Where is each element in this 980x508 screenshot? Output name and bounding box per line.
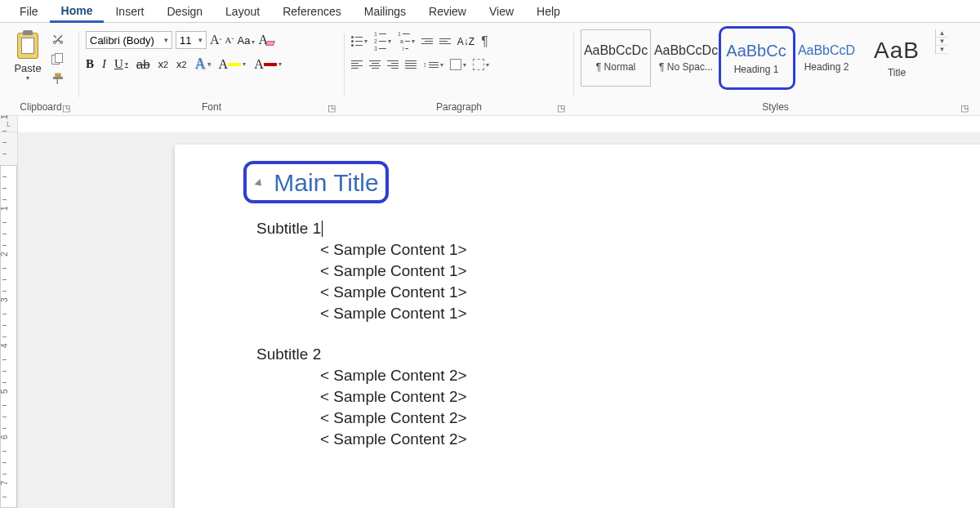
style-no-spacing[interactable]: AaBbCcDc ¶ No Spac...: [651, 29, 721, 87]
document-area[interactable]: Main Title Subtitle 1 < Sample Content 1…: [18, 132, 980, 508]
tab-home[interactable]: Home: [50, 0, 105, 23]
clear-format-button[interactable]: A: [258, 33, 274, 47]
font-name-dropdown[interactable]: ▾: [160, 36, 172, 44]
styles-scroll-up[interactable]: ▲: [936, 29, 948, 38]
grow-font-button[interactable]: Aˆ: [210, 33, 222, 47]
doc-content-1c[interactable]: < Sample Content 1>: [320, 283, 926, 301]
tab-mailings[interactable]: Mailings: [353, 1, 417, 21]
multilevel-list-button[interactable]: 1ai: [398, 31, 415, 51]
styles-expand[interactable]: ▼: [936, 46, 948, 54]
doc-content-2a[interactable]: < Sample Content 2>: [320, 367, 926, 385]
tab-design[interactable]: Design: [155, 1, 214, 21]
font-name-input[interactable]: [87, 32, 160, 48]
doc-heading-main-title[interactable]: Main Title: [256, 169, 379, 197]
styles-scroll-down[interactable]: ▼: [936, 38, 948, 46]
line-spacing-button[interactable]: ↕: [423, 60, 443, 69]
style-heading-1[interactable]: AaBbCc Heading 1: [721, 29, 791, 87]
font-size-input[interactable]: [176, 32, 194, 48]
underline-button[interactable]: U: [114, 57, 128, 71]
tab-layout[interactable]: Layout: [214, 1, 271, 21]
paste-icon: [16, 31, 40, 60]
styles-scroll: ▲ ▼ ▼: [935, 29, 948, 54]
text-cursor: [322, 221, 323, 237]
group-paragraph: 123 1ai A↓Z ¶ ↕: [345, 28, 573, 115]
doc-content-2b[interactable]: < Sample Content 2>: [320, 388, 926, 406]
doc-content-2c[interactable]: < Sample Content 2>: [320, 409, 926, 427]
font-size-dropdown[interactable]: ▾: [194, 36, 206, 44]
show-hide-button[interactable]: ¶: [481, 34, 488, 49]
paragraph-launcher[interactable]: ◳: [557, 103, 565, 114]
tab-insert[interactable]: Insert: [104, 1, 155, 21]
style-title[interactable]: AaB Title: [862, 29, 932, 87]
increase-indent-button[interactable]: [439, 38, 451, 44]
tab-view[interactable]: View: [478, 1, 525, 21]
align-right-button[interactable]: [387, 60, 399, 69]
shading-button[interactable]: [450, 59, 466, 70]
ribbon-tabs: File Home Insert Design Layout Reference…: [0, 0, 980, 23]
page[interactable]: Main Title Subtitle 1 < Sample Content 1…: [175, 145, 980, 508]
change-case-button[interactable]: Aa: [238, 34, 256, 47]
superscript-button[interactable]: x2: [176, 58, 187, 70]
format-painter-button[interactable]: [51, 72, 65, 87]
font-color-button[interactable]: A: [254, 57, 282, 72]
group-font-label: Font: [202, 101, 221, 113]
decrease-indent-button[interactable]: [421, 38, 433, 44]
group-styles-label: Styles: [762, 101, 789, 113]
group-clipboard-label: Clipboard: [20, 101, 61, 113]
font-launcher[interactable]: ◳: [327, 103, 336, 114]
paste-button[interactable]: Paste ▾: [10, 31, 46, 82]
doc-content-2d[interactable]: < Sample Content 2>: [320, 430, 926, 448]
group-paragraph-label: Paragraph: [436, 101, 482, 113]
group-font: ▾ ▾ Aˆ Aˇ Aa A B I U ab x2 x2 A A: [79, 28, 344, 115]
paste-dropdown[interactable]: ▾: [26, 74, 29, 82]
numbering-button[interactable]: 123: [374, 31, 391, 51]
shrink-font-button[interactable]: Aˇ: [225, 35, 234, 45]
align-center-button[interactable]: [369, 60, 381, 69]
strike-button[interactable]: ab: [136, 57, 150, 71]
collapse-icon[interactable]: [254, 179, 264, 189]
borders-button[interactable]: [473, 59, 489, 70]
sort-button[interactable]: A↓Z: [457, 36, 474, 47]
doc-content-1b[interactable]: < Sample Content 1>: [320, 262, 926, 280]
tab-help[interactable]: Help: [525, 1, 572, 21]
style-normal[interactable]: AaBbCcDc ¶ Normal: [581, 29, 651, 87]
doc-subtitle-1[interactable]: Subtitle 1: [256, 220, 926, 238]
styles-launcher[interactable]: ◳: [960, 103, 969, 114]
ribbon: Paste ▾ Clipboard ◳: [0, 23, 980, 116]
group-clipboard: Paste ▾ Clipboard ◳: [3, 28, 78, 115]
tab-references[interactable]: References: [271, 1, 353, 21]
doc-content-1d[interactable]: < Sample Content 1>: [320, 305, 926, 323]
cut-button[interactable]: [51, 33, 65, 47]
text-effects-button[interactable]: A: [195, 56, 211, 73]
font-size-combo[interactable]: ▾: [176, 31, 207, 49]
justify-button[interactable]: [405, 60, 416, 69]
clipboard-launcher[interactable]: ◳: [62, 103, 70, 114]
doc-content-1a[interactable]: < Sample Content 1>: [320, 241, 926, 259]
font-name-combo[interactable]: ▾: [86, 31, 172, 49]
subscript-button[interactable]: x2: [158, 58, 169, 70]
doc-subtitle-2[interactable]: Subtitle 2: [256, 345, 926, 363]
tab-review[interactable]: Review: [417, 1, 478, 21]
group-styles: AaBbCcDc ¶ Normal AaBbCcDc ¶ No Spac... …: [574, 28, 977, 115]
style-heading-2[interactable]: AaBbCcD Heading 2: [791, 29, 862, 87]
highlight-button[interactable]: A: [219, 57, 247, 72]
bold-button[interactable]: B: [86, 57, 94, 71]
vertical-ruler[interactable]: 11234567: [0, 132, 18, 508]
italic-button[interactable]: I: [102, 57, 106, 71]
copy-button[interactable]: [51, 52, 65, 67]
tab-file[interactable]: File: [8, 1, 50, 21]
paste-label: Paste: [14, 62, 41, 74]
align-left-button[interactable]: [351, 60, 363, 69]
bullets-button[interactable]: [351, 36, 368, 47]
